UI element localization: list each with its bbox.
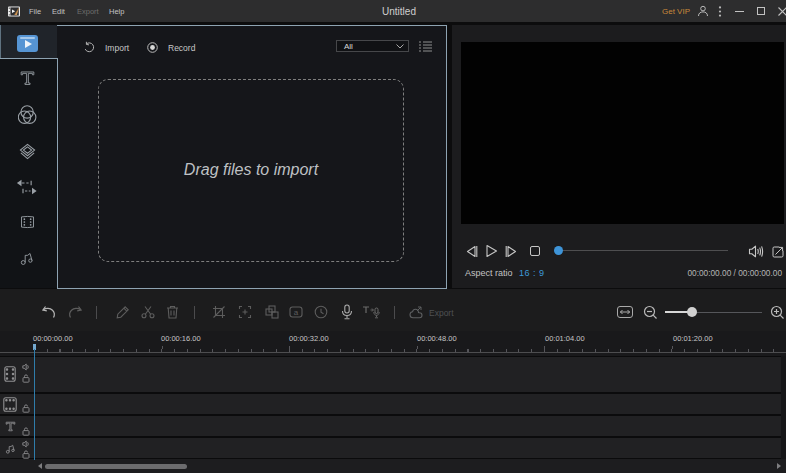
svg-text:a: a	[294, 308, 299, 317]
